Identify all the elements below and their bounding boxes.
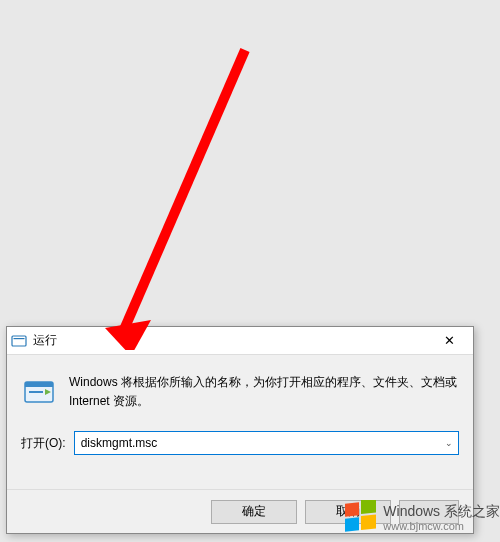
svg-rect-10: [361, 500, 376, 514]
titlebar: 运行 ✕: [7, 327, 473, 355]
open-combobox[interactable]: ⌄: [74, 431, 459, 455]
watermark-title: Windows 系统之家: [383, 503, 500, 520]
svg-rect-3: [12, 336, 26, 346]
open-label: 打开(O):: [21, 435, 66, 452]
watermark-url: www.bjmcw.com: [383, 520, 500, 533]
watermark: Windows 系统之家 www.bjmcw.com: [343, 500, 500, 536]
annotation-arrow: [95, 40, 275, 350]
windows-logo-icon: [343, 500, 379, 536]
svg-rect-4: [14, 338, 25, 339]
svg-line-1: [123, 50, 245, 332]
run-icon: [11, 333, 27, 349]
chevron-down-icon[interactable]: ⌄: [440, 432, 458, 454]
ok-button[interactable]: 确定: [211, 500, 297, 524]
watermark-text: Windows 系统之家 www.bjmcw.com: [383, 503, 500, 533]
svg-rect-12: [361, 515, 376, 531]
description-text: Windows 将根据你所输入的名称，为你打开相应的程序、文件夹、文档或 Int…: [69, 373, 459, 411]
dialog-body: Windows 将根据你所输入的名称，为你打开相应的程序、文件夹、文档或 Int…: [7, 355, 473, 487]
open-input[interactable]: [75, 432, 440, 454]
open-row: 打开(O): ⌄: [21, 431, 459, 455]
svg-rect-6: [25, 382, 53, 387]
svg-rect-11: [345, 517, 359, 531]
close-button[interactable]: ✕: [429, 328, 469, 354]
svg-rect-7: [29, 391, 43, 393]
run-app-icon: [21, 375, 57, 411]
dialog-title: 运行: [33, 332, 429, 349]
description-row: Windows 将根据你所输入的名称，为你打开相应的程序、文件夹、文档或 Int…: [21, 373, 459, 411]
svg-rect-9: [345, 502, 359, 516]
close-icon: ✕: [444, 333, 455, 348]
